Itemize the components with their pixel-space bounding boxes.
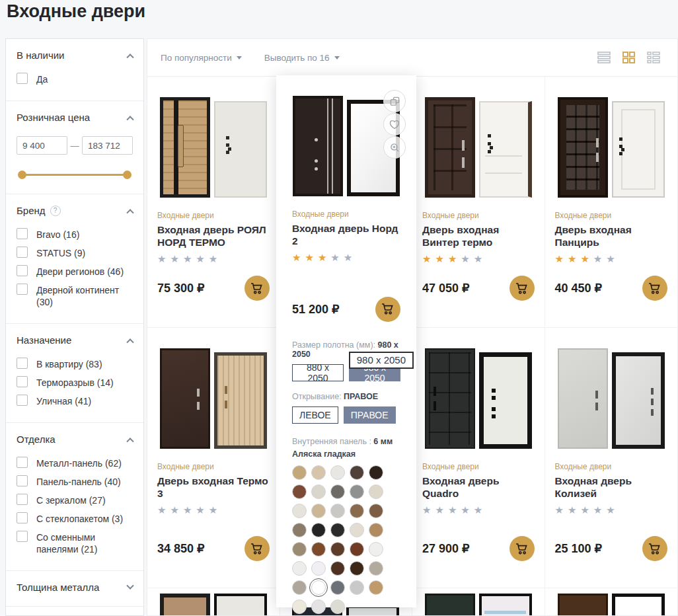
panel-color-swatch[interactable] bbox=[330, 504, 345, 518]
filter-header-price[interactable]: Розничная цена bbox=[17, 108, 133, 127]
sort-dropdown[interactable]: По популярности bbox=[161, 53, 242, 63]
panel-color-swatch[interactable] bbox=[292, 484, 307, 499]
panel-color-swatch[interactable] bbox=[311, 542, 326, 557]
product-category[interactable]: Входные двери bbox=[422, 211, 535, 220]
panel-color-swatch[interactable] bbox=[330, 580, 345, 595]
panel-color-swatch[interactable] bbox=[292, 465, 307, 480]
filter-header-availability[interactable]: В наличии bbox=[17, 46, 133, 65]
checkbox[interactable] bbox=[17, 531, 28, 542]
panel-color-swatch[interactable] bbox=[350, 504, 364, 518]
filter-header-metal-thickness[interactable]: Толщина металла bbox=[17, 578, 133, 597]
panel-color-swatch[interactable] bbox=[350, 523, 364, 537]
product-category[interactable]: Входные двери bbox=[292, 210, 400, 219]
product-title[interactable]: Входная дверь Норд 2 bbox=[292, 222, 400, 248]
panel-color-swatch[interactable] bbox=[350, 484, 364, 499]
product-card-partial[interactable] bbox=[147, 588, 280, 616]
filter-option-finish[interactable]: Металл-панель (62) bbox=[17, 457, 133, 469]
checkbox[interactable] bbox=[17, 228, 28, 239]
price-from-input[interactable] bbox=[17, 136, 67, 155]
panel-color-swatch[interactable] bbox=[369, 504, 383, 518]
product-card[interactable]: Входные двери Дверь входная Панцирь ★★★★… bbox=[545, 77, 678, 327]
panel-color-swatch[interactable] bbox=[311, 523, 326, 537]
filter-option-finish[interactable]: С зеркалом (27) bbox=[17, 494, 133, 506]
filter-option-purpose[interactable]: Терморазрыв (14) bbox=[17, 376, 133, 389]
checkbox[interactable] bbox=[17, 265, 28, 276]
panel-color-swatch[interactable] bbox=[292, 504, 307, 518]
product-card[interactable]: Входные двери Входная дверь Quadro ★★★★★… bbox=[412, 328, 545, 588]
product-title[interactable]: Входная дверь РОЯЛ НОРД ТЕРМО bbox=[157, 223, 270, 249]
panel-color-swatch[interactable] bbox=[292, 561, 307, 576]
checkbox[interactable] bbox=[17, 475, 28, 486]
product-hover-card[interactable]: Входные двери Входная дверь Норд 2 ★★★★★… bbox=[276, 75, 416, 607]
checkbox[interactable] bbox=[17, 247, 28, 258]
table-view-icon[interactable] bbox=[647, 52, 660, 63]
product-category[interactable]: Входные двери bbox=[157, 211, 270, 220]
product-card[interactable]: Входные двери Дверь входная Винтер термо… bbox=[412, 77, 545, 327]
panel-color-swatch[interactable] bbox=[311, 484, 326, 499]
add-to-cart-button[interactable] bbox=[509, 276, 535, 301]
product-category[interactable]: Входные двери bbox=[555, 211, 668, 220]
panel-color-swatch[interactable] bbox=[311, 599, 326, 614]
per-page-dropdown[interactable]: Выводить по 16 bbox=[264, 53, 340, 63]
panel-color-swatch[interactable] bbox=[311, 465, 326, 480]
panel-color-swatch[interactable] bbox=[369, 542, 383, 557]
filter-header-purpose[interactable]: Назначение bbox=[17, 330, 133, 350]
panel-color-swatch[interactable] bbox=[369, 523, 383, 537]
checkbox[interactable] bbox=[17, 358, 28, 369]
panel-color-swatch[interactable] bbox=[292, 523, 307, 537]
compare-button[interactable] bbox=[383, 90, 406, 112]
product-title[interactable]: Входная дверь Колизей bbox=[555, 475, 668, 500]
checkbox[interactable] bbox=[17, 395, 28, 406]
product-title[interactable]: Дверь входная Панцирь bbox=[555, 223, 668, 249]
panel-color-swatch[interactable] bbox=[369, 484, 383, 499]
add-to-cart-button[interactable] bbox=[642, 276, 667, 301]
opening-option-right[interactable]: ПРАВОЕ bbox=[344, 406, 396, 424]
checkbox[interactable] bbox=[17, 457, 28, 468]
product-card[interactable]: Входные двери Входная дверь Колизей ★★★★… bbox=[545, 328, 678, 588]
product-card[interactable]: Входные двери Дверь входная Термо 3 ★★★★… bbox=[147, 328, 280, 588]
slider-handle-max[interactable] bbox=[123, 171, 132, 179]
checkbox[interactable] bbox=[17, 376, 28, 387]
add-to-cart-button[interactable] bbox=[245, 536, 270, 561]
filter-option-brand[interactable]: Дверной континент (30) bbox=[17, 284, 133, 308]
panel-color-swatch[interactable] bbox=[311, 504, 326, 518]
wishlist-button[interactable] bbox=[383, 113, 406, 135]
panel-color-swatch[interactable] bbox=[311, 580, 326, 595]
product-card-partial[interactable] bbox=[545, 588, 678, 616]
panel-color-swatch[interactable] bbox=[330, 465, 345, 480]
filter-option-finish[interactable]: С стеклопакетом (3) bbox=[17, 512, 133, 525]
panel-color-swatch[interactable] bbox=[292, 599, 307, 614]
product-title[interactable]: Дверь входная Винтер термо bbox=[422, 223, 535, 249]
product-title[interactable]: Входная дверь Quadro bbox=[422, 475, 535, 500]
panel-color-swatch[interactable] bbox=[330, 523, 345, 537]
filter-option-available-yes[interactable]: Да bbox=[17, 73, 133, 85]
checkbox[interactable] bbox=[17, 494, 28, 505]
product-title[interactable]: Дверь входная Термо 3 bbox=[157, 475, 270, 500]
filter-option-finish[interactable]: Со сменными панелями (21) bbox=[17, 531, 133, 555]
help-icon[interactable]: ? bbox=[50, 206, 61, 216]
quick-view-button[interactable] bbox=[383, 136, 406, 159]
add-to-cart-button[interactable] bbox=[509, 536, 535, 561]
add-to-cart-button[interactable] bbox=[375, 297, 400, 322]
product-card-partial[interactable] bbox=[412, 588, 545, 616]
panel-color-swatch[interactable] bbox=[311, 561, 326, 576]
product-category[interactable]: Входные двери bbox=[157, 462, 270, 471]
list-view-icon[interactable] bbox=[597, 52, 611, 63]
checkbox[interactable] bbox=[17, 73, 28, 84]
add-to-cart-button[interactable] bbox=[245, 276, 270, 301]
panel-color-swatch[interactable] bbox=[369, 561, 383, 576]
grid-view-icon[interactable] bbox=[622, 52, 635, 63]
panel-color-swatch[interactable] bbox=[350, 465, 364, 480]
panel-color-swatch[interactable] bbox=[350, 542, 364, 557]
product-card[interactable]: Входные двери Входная дверь РОЯЛ НОРД ТЕ… bbox=[147, 77, 280, 327]
panel-color-swatch[interactable] bbox=[350, 580, 364, 595]
panel-color-swatch[interactable] bbox=[292, 580, 307, 595]
product-category[interactable]: Входные двери bbox=[422, 462, 535, 471]
filter-option-brand[interactable]: STATUS (9) bbox=[17, 247, 133, 259]
filter-header-brand[interactable]: Бренд ? bbox=[17, 201, 133, 220]
filter-option-purpose[interactable]: Уличная (41) bbox=[17, 395, 133, 407]
panel-color-swatch[interactable] bbox=[330, 599, 345, 614]
panel-color-swatch[interactable] bbox=[292, 542, 307, 557]
panel-color-swatch[interactable] bbox=[369, 580, 383, 595]
filter-option-finish[interactable]: Панель-панель (40) bbox=[17, 475, 133, 488]
